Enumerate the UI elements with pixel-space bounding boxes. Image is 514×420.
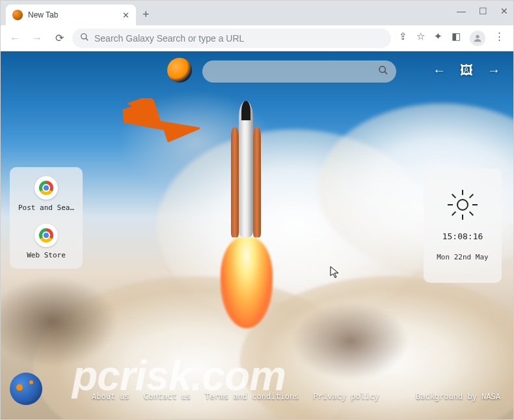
footer-about[interactable]: About us — [92, 392, 129, 401]
svg-line-1 — [86, 38, 88, 40]
rocket-flame — [221, 237, 273, 328]
maximize-button[interactable]: ☐ — [479, 6, 487, 16]
profile-avatar[interactable] — [470, 31, 485, 46]
footer-contact[interactable]: Contact us — [144, 392, 191, 401]
forward-button[interactable]: → — [28, 29, 46, 47]
chrome-icon — [39, 181, 53, 195]
bookmark-icon[interactable]: ☆ — [416, 31, 425, 46]
nav-back-icon[interactable]: ← — [433, 63, 446, 78]
sidepanel-icon[interactable]: ◧ — [452, 31, 461, 46]
browser-toolbar: ← → ⟳ Search Galaxy Search or type a URL… — [1, 25, 513, 51]
svg-point-2 — [476, 34, 479, 38]
shortcut-tile[interactable]: Post and Sea… — [18, 176, 74, 212]
menu-icon[interactable]: ⋮ — [494, 31, 504, 46]
reload-button[interactable]: ⟳ — [50, 29, 68, 47]
page-search-input[interactable] — [202, 60, 396, 83]
booster-left — [231, 127, 239, 237]
titlebar: New Tab ✕ + — ☐ ✕ — [1, 1, 513, 25]
minimize-button[interactable]: — — [457, 6, 466, 16]
omnibox-placeholder: Search Galaxy Search or type a URL — [94, 33, 383, 44]
gallery-icon[interactable]: 🖼 — [460, 63, 473, 78]
tab-title: New Tab — [28, 10, 122, 20]
new-tab-button[interactable]: + — [142, 8, 150, 20]
launch-smoke — [292, 302, 409, 380]
back-button[interactable]: ← — [6, 29, 24, 47]
shortcut-panel: Post and Sea… Web Store — [10, 167, 83, 269]
tab-favicon — [12, 10, 23, 20]
share-icon[interactable]: ⇪ — [399, 31, 407, 46]
clock-date: Mon 22nd May — [437, 253, 488, 261]
extensions-icon[interactable]: ✦ — [434, 31, 442, 46]
sun-icon — [448, 190, 478, 220]
footer-links: About us Contact us Terms and conditions… — [92, 392, 500, 401]
window-controls: — ☐ ✕ — [457, 6, 508, 16]
toolbar-actions: ⇪ ☆ ✦ ◧ ⋮ — [395, 31, 508, 46]
footer-privacy[interactable]: Privacy policy — [314, 392, 379, 401]
newtab-content: ← 🖼 → Post and Sea… Web Store 15:08:16 — [1, 51, 513, 419]
shortcut-tile[interactable]: Web Store — [27, 224, 66, 259]
footer-credit: Background by NASA — [416, 392, 500, 401]
weather-widget[interactable]: 15:08:16 Mon 22nd May — [424, 168, 502, 283]
tab-close-icon[interactable]: ✕ — [122, 10, 129, 20]
svg-point-3 — [379, 66, 385, 72]
browser-window: New Tab ✕ + — ☐ ✕ ← → ⟳ Search Galaxy Se… — [0, 0, 514, 420]
tile-icon — [34, 224, 58, 247]
close-button[interactable]: ✕ — [500, 6, 508, 16]
top-nav: ← 🖼 → — [433, 63, 500, 78]
footer-terms[interactable]: Terms and conditions — [205, 392, 299, 401]
svg-point-0 — [81, 33, 87, 38]
browser-tab[interactable]: New Tab ✕ — [6, 5, 136, 25]
nav-next-icon[interactable]: → — [487, 63, 500, 78]
rocket — [236, 101, 256, 250]
tile-label: Post and Sea… — [18, 203, 74, 212]
tile-label: Web Store — [27, 251, 66, 259]
clock-time: 15:08:16 — [442, 231, 483, 241]
footer-logo[interactable] — [10, 373, 42, 405]
svg-line-4 — [385, 72, 387, 74]
extension-logo[interactable] — [167, 58, 192, 83]
search-icon[interactable] — [378, 65, 388, 78]
tile-icon — [34, 176, 58, 200]
orbiter — [239, 101, 253, 237]
chrome-icon — [39, 228, 53, 243]
omnibox[interactable]: Search Galaxy Search or type a URL — [72, 29, 391, 48]
booster-right — [253, 127, 261, 237]
search-icon — [80, 33, 89, 44]
